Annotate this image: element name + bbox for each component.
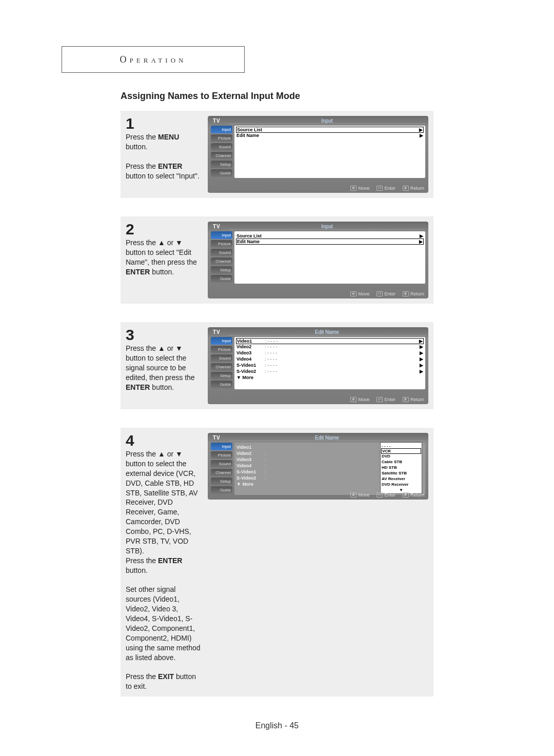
step4-p3-pre: Press the [126,672,158,681]
step-3-number: 3 [126,327,203,343]
side-input: Input [211,443,232,450]
menu-source-list: Source List ▶ [236,233,423,239]
menu-panel: Source List ▶ Edit Name ▶ [234,126,425,178]
step4-para2: Set other signal sources (Video1, Video2… [126,585,201,661]
footer-return: ⅢReturn [403,186,424,191]
menu-arrow-icon: ▶ [417,233,423,238]
footer-move-label: Move [358,397,369,402]
step-4-number: 4 [126,433,203,448]
side-guide: Guide [211,381,232,388]
dropdown-item: - - - - [382,443,421,449]
tv-banner: Input [229,118,425,124]
side-setup: Setup [211,266,232,274]
step-4-screenshot: TV Edit Name Input Picture Sound Channel… [208,433,428,500]
menu-arrow-icon: ▶ [417,339,423,344]
side-guide: Guide [211,275,232,283]
device-dropdown: - - - - VCR DVD Cable STB HD STB Satelli… [380,442,422,494]
footer-move: ≑Move [350,186,369,191]
step-3-screenshot: TV Edit Name Input Picture Sound Channel… [208,327,428,404]
tv-left-label: TV [211,118,223,124]
menu-mid: : - - - - [265,356,417,362]
side-picture: Picture [211,240,232,248]
menu-label: Video3 [236,457,265,462]
side-picture: Picture [211,134,232,142]
menu-edit-name: Edit Name ▶ [236,132,423,138]
side-guide: Guide [211,169,232,177]
step1-enter-bold: ENTER [158,162,182,170]
step4-p1b-bold: ENTER [158,556,182,565]
step2-after: button. [150,268,174,276]
return-icon: Ⅲ [403,397,409,402]
footer-return: ⅢReturn [403,492,424,498]
side-sound: Sound [211,143,232,151]
step4-p1b-post: button. [126,566,148,574]
side-guide: Guide [211,486,232,494]
section-header: Operation [62,46,245,73]
side-channel: Channel [211,469,232,476]
footer-return-label: Return [410,492,424,498]
updown-icon: ≑ [350,397,357,402]
footer-move-label: Move [358,186,369,191]
side-setup: Setup [211,372,232,380]
tv-footer: ≑Move ⏎Enter ⅢReturn [350,291,424,296]
footer-enter-label: Enter [384,492,395,498]
tv-left-label: TV [211,224,223,230]
side-setup: Setup [211,478,232,485]
step2-bold: ENTER [126,268,150,276]
footer-return: ⅢReturn [403,291,424,296]
menu-mid: : - - - - [265,369,417,374]
tv-banner: Edit Name [229,329,425,335]
side-input: Input [211,126,232,133]
side-channel: Channel [211,257,232,265]
side-picture: Picture [211,346,232,353]
page-title: Assigning Names to External Input Mode [121,91,433,102]
step-1-text: 1 Press the MENU button. Press the ENTER… [126,116,203,193]
menu-label: Video2 [236,344,265,349]
step1-line2-a: Press the [126,162,158,170]
menu-arrow-icon: ▶ [417,133,423,138]
footer-enter-label: Enter [384,291,395,296]
menu-mid: : - - - - [265,344,417,349]
side-channel: Channel [211,152,232,160]
menu-panel: Video1: - - - -▶ Video2: - - - -▶ Video3… [234,337,425,389]
menu-source-list: Source List ▶ [236,127,423,132]
menu-label: S-Video2 [236,475,265,481]
menu-label: Source List [236,233,265,238]
step4-p3-bold: EXIT [158,672,174,681]
footer-return-label: Return [410,291,424,296]
menu-label: Video4 [236,356,265,362]
footer-move: ≑Move [350,291,369,296]
menu-mid: : - - - - [265,350,417,355]
tv-banner: Input [229,224,425,230]
side-menu: Input Picture Sound Channel Setup Guide [211,443,232,495]
return-icon: Ⅲ [403,291,409,296]
menu-arrow-icon: ▶ [417,239,423,244]
tv-footer: ≑Move ⏎Enter ⅢReturn [350,492,424,498]
tv-banner: Edit Name [229,435,425,441]
footer-enter: ⏎Enter [377,492,395,498]
step-2: 2 Press the ▲ or ▼ button to select "Edi… [121,216,433,304]
menu-arrow-icon: ▶ [417,350,423,355]
side-input: Input [211,231,232,239]
menu-mid: : - - - - [265,363,417,368]
dropdown-item: AV Receiver [382,476,421,482]
menu-video1: Video1: - - - -▶ [236,339,423,344]
menu-edit-name: Edit Name ▶ [236,239,423,244]
side-menu: Input Picture Sound Channel Setup Guide [211,337,232,389]
menu-label: S-Video1 [236,363,265,368]
dropdown-item: HD STB [382,465,421,470]
step2-text: Press the ▲ or ▼ button to select "Edit … [126,238,197,266]
menu-label: ▼ More [236,375,265,380]
side-sound: Sound [211,460,232,468]
step3-text: Press the ▲ or ▼ button to select the si… [126,344,195,382]
footer-enter: ⏎Enter [377,186,395,191]
step-2-text: 2 Press the ▲ or ▼ button to select "Edi… [126,222,203,299]
side-input: Input [211,337,232,345]
menu-label: Video2 [236,451,265,456]
manual-page: Operation Assigning Names to External In… [0,0,554,756]
menu-arrow-icon: ▶ [417,369,423,374]
dropdown-item: DVD Receiver [382,482,421,487]
menu-label: Video4 [236,463,265,468]
step1-menu-bold: MENU [158,133,179,141]
footer-return-label: Return [410,397,424,402]
